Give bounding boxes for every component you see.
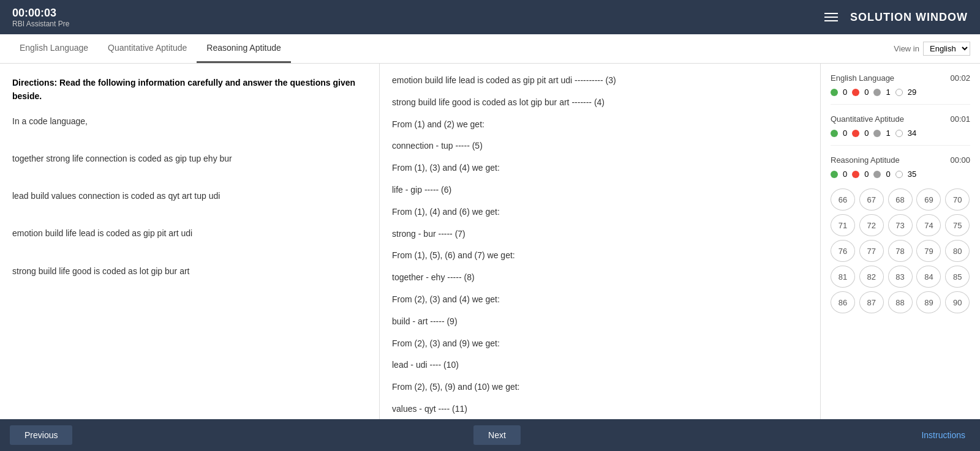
question-number-grid: 6667686970717273747576777879808182838485… (831, 188, 970, 313)
tabs-bar: English Language Quantitative Aptitude R… (0, 34, 980, 64)
skipped-dot (873, 89, 881, 96)
score-dots-reasoning: 0 0 0 35 (831, 170, 970, 179)
question-number-66[interactable]: 66 (831, 188, 855, 211)
question-number-81[interactable]: 81 (831, 266, 855, 288)
skipped-count: 0 (886, 170, 890, 179)
wrong-count: 0 (864, 88, 869, 97)
hamburger-icon[interactable] (824, 13, 838, 21)
question-number-71[interactable]: 71 (831, 214, 855, 236)
question-line: lead build values connection is coded as… (12, 188, 367, 204)
previous-button[interactable]: Previous (10, 425, 72, 445)
question-number-84[interactable]: 84 (916, 266, 941, 288)
instructions-link[interactable]: Instructions (921, 430, 970, 440)
tab-english[interactable]: English Language (10, 34, 98, 63)
solution-line: lead - udi ---- (10) (392, 358, 808, 373)
solution-line: From (1) and (2) we get: (392, 117, 808, 132)
bottom-bar: Previous Next Instructions (0, 419, 980, 451)
correct-count: 0 (843, 88, 847, 97)
solution-window-title: SOLUTION WINDOW (850, 11, 968, 24)
skipped-dot (873, 171, 881, 178)
question-number-76[interactable]: 76 (831, 240, 855, 262)
score-section-quant: Quantitative Aptitude 00:01 0 0 1 34 (831, 114, 970, 146)
solution-line: connection - tup ----- (5) (392, 139, 808, 154)
question-number-77[interactable]: 77 (859, 240, 884, 262)
question-line (12, 170, 367, 186)
question-number-86[interactable]: 86 (831, 291, 855, 313)
wrong-dot (852, 89, 859, 96)
solution-line: strong build life good is coded as lot g… (392, 95, 808, 110)
correct-dot (831, 130, 838, 137)
question-line (12, 132, 367, 148)
solution-line: life - gip ----- (6) (392, 183, 808, 198)
score-time-quant: 00:01 (950, 114, 970, 124)
language-select[interactable]: English Hindi (923, 42, 970, 56)
solution-line: values - qyt ---- (11) (392, 402, 808, 417)
score-section-english: English Language 00:02 0 0 1 29 (831, 73, 970, 105)
tab-quant[interactable]: Quantitative Aptitude (98, 34, 197, 63)
exam-name: RBI Assistant Pre (12, 20, 69, 28)
score-panel: English Language 00:02 0 0 1 29 Quantita… (821, 64, 980, 419)
question-number-74[interactable]: 74 (916, 214, 941, 236)
correct-dot (831, 171, 838, 178)
unattempted-dot (895, 130, 903, 137)
question-number-69[interactable]: 69 (916, 188, 941, 211)
question-line: emotion build life lead is coded as gip … (12, 225, 367, 242)
solution-line: From (2), (3) and (4) we get: (392, 293, 808, 307)
header-left: 00:00:03 RBI Assistant Pre (12, 7, 69, 28)
question-number-87[interactable]: 87 (859, 291, 884, 313)
question-number-67[interactable]: 67 (859, 188, 884, 211)
question-number-88[interactable]: 88 (888, 291, 913, 313)
question-line: In a code language, (12, 113, 367, 130)
question-number-85[interactable]: 85 (945, 266, 970, 288)
solution-line: emotion build life lead is coded as gip … (392, 73, 808, 88)
solution-panel: emotion build life lead is coded as gip … (380, 64, 821, 419)
unattempted-count: 34 (908, 129, 916, 138)
question-number-78[interactable]: 78 (888, 240, 913, 262)
score-title-reasoning: Reasoning Aptitude (831, 155, 900, 165)
skipped-count: 1 (886, 129, 890, 138)
correct-dot (831, 89, 838, 96)
view-in-label: View in (894, 44, 919, 53)
question-number-72[interactable]: 72 (859, 214, 884, 236)
question-number-70[interactable]: 70 (945, 188, 970, 211)
question-line: together strong life connection is coded… (12, 151, 367, 167)
unattempted-dot (895, 89, 903, 96)
solution-line: From (1), (4) and (6) we get: (392, 205, 808, 220)
question-number-83[interactable]: 83 (888, 266, 913, 288)
question-number-89[interactable]: 89 (916, 291, 941, 313)
question-number-73[interactable]: 73 (888, 214, 913, 236)
wrong-dot (852, 171, 859, 178)
score-title-quant: Quantitative Aptitude (831, 114, 904, 124)
question-number-80[interactable]: 80 (945, 240, 970, 262)
tab-reasoning[interactable]: Reasoning Aptitude (197, 34, 290, 63)
wrong-count: 0 (864, 170, 869, 179)
unattempted-count: 29 (908, 88, 916, 97)
question-number-82[interactable]: 82 (859, 266, 884, 288)
header: 00:00:03 RBI Assistant Pre SOLUTION WIND… (0, 0, 980, 34)
solution-line: From (1), (5), (6) and (7) we get: (392, 248, 808, 263)
wrong-dot (852, 130, 859, 137)
solution-line: From (2), (3) and (9) we get: (392, 337, 808, 351)
skipped-dot (873, 130, 881, 137)
solution-line: together - ehy ----- (8) (392, 270, 808, 285)
next-button[interactable]: Next (473, 425, 521, 445)
view-in-container: View in English Hindi (894, 42, 970, 56)
score-time-reasoning: 00:00 (950, 155, 970, 165)
skipped-count: 1 (886, 88, 890, 97)
score-dots-english: 0 0 1 29 (831, 88, 970, 97)
question-line (12, 244, 367, 261)
unattempted-dot (895, 171, 903, 178)
question-number-68[interactable]: 68 (888, 188, 913, 211)
header-right: SOLUTION WINDOW (824, 11, 968, 24)
correct-count: 0 (843, 129, 847, 138)
question-number-79[interactable]: 79 (916, 240, 941, 262)
main-content: Directions: Read the following informati… (0, 64, 980, 419)
question-number-90[interactable]: 90 (945, 291, 970, 313)
score-time-english: 00:02 (950, 73, 970, 83)
question-number-75[interactable]: 75 (945, 214, 970, 236)
solution-line: build - art ----- (9) (392, 315, 808, 329)
solution-line: strong - bur ----- (7) (392, 227, 808, 242)
unattempted-count: 35 (908, 170, 916, 179)
question-panel: Directions: Read the following informati… (0, 64, 380, 419)
question-body: In a code language, together strong life… (12, 113, 367, 279)
